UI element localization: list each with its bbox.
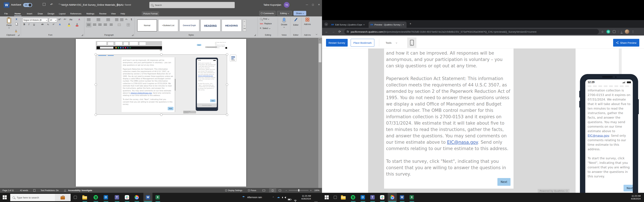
address-bar[interactable]: pacificresearch.qualtrics.com/jfe/previe… xyxy=(344,29,599,34)
tools-dropdown[interactable]: Tools xyxy=(383,39,400,46)
excel-icon[interactable]: X xyxy=(155,195,160,200)
taskbar-clock[interactable]: 11:23 AM4/26/2024 xyxy=(298,195,311,200)
back-icon[interactable] xyxy=(325,30,328,33)
print-layout-icon[interactable] xyxy=(269,188,276,193)
forward-icon[interactable] xyxy=(332,30,335,33)
share-preview-button[interactable]: Share Preview xyxy=(613,39,639,46)
place-bookmark-button[interactable]: Place Bookmark xyxy=(351,39,374,46)
profile-avatar[interactable] xyxy=(625,29,629,34)
text-predictions[interactable]: Text Predictions: On xyxy=(40,189,58,192)
style-bulleted-list[interactable]: • Bulleted List xyxy=(158,19,178,31)
numbering-icon[interactable] xyxy=(96,18,100,21)
start-button[interactable] xyxy=(325,195,329,199)
tab-view[interactable]: View xyxy=(110,11,117,16)
layout-options-button[interactable] xyxy=(230,55,236,62)
align-left-selected[interactable] xyxy=(86,23,91,27)
styles-gallery-scroll[interactable] xyxy=(243,19,246,31)
close-button[interactable]: ✕ xyxy=(317,3,321,6)
autosave-toggle[interactable]: On xyxy=(23,3,32,7)
tab-home[interactable]: Home xyxy=(14,11,22,16)
editing-mode-button[interactable]: Editing xyxy=(277,11,292,15)
tab-layout[interactable]: Layout xyxy=(58,11,66,16)
page-indicator[interactable]: Page 2 of 11 xyxy=(2,189,14,192)
minimize-button[interactable]: — xyxy=(305,3,309,6)
word-scrollbar[interactable] xyxy=(318,38,322,188)
grow-font-icon[interactable]: A^ xyxy=(58,18,61,21)
weather-text[interactable]: Afternoon rain xyxy=(247,196,262,199)
style-normal[interactable]: Normal xyxy=(137,19,157,31)
shrink-font-icon[interactable]: A˅ xyxy=(64,18,66,20)
cut-icon[interactable] xyxy=(15,18,18,21)
resize-handle-se[interactable] xyxy=(226,114,228,116)
mobile-view-toggle[interactable] xyxy=(407,37,416,48)
phone-next-button[interactable]: Next xyxy=(624,185,633,192)
format-painter-icon[interactable] xyxy=(15,31,17,32)
zoom-in-icon[interactable]: + xyxy=(310,189,312,192)
taskbar-search-input[interactable] xyxy=(16,196,53,199)
grammarly-extension-icon[interactable]: G xyxy=(606,30,610,33)
teams-icon[interactable]: T xyxy=(370,195,375,200)
task-view-icon[interactable] xyxy=(74,196,77,199)
battery-tray-icon[interactable] xyxy=(288,199,291,200)
find-button[interactable]: Find xyxy=(260,18,269,20)
tab-review[interactable]: Review xyxy=(98,11,107,16)
collapse-ribbon-icon[interactable] xyxy=(316,33,318,35)
tab-references[interactable]: References xyxy=(69,11,82,16)
font-dialog-launcher[interactable] xyxy=(82,34,83,36)
word-search-box[interactable] xyxy=(149,2,235,8)
resize-handle-e[interactable] xyxy=(226,83,228,86)
font-color-icon[interactable]: A xyxy=(76,23,78,26)
strikethrough-icon[interactable]: ab xyxy=(41,23,44,25)
bookmark-star-icon[interactable] xyxy=(601,30,604,33)
word-icon[interactable]: W xyxy=(400,195,404,200)
spotify-icon[interactable] xyxy=(350,195,356,200)
paste-button[interactable]: Paste xyxy=(4,18,14,28)
extension-icon[interactable] xyxy=(613,30,616,33)
outlook-icon[interactable]: O xyxy=(360,195,365,200)
file-explorer-icon[interactable] xyxy=(82,195,87,200)
volume-icon[interactable] xyxy=(284,197,286,199)
undo-icon[interactable] xyxy=(50,3,53,6)
increase-indent-icon[interactable] xyxy=(120,18,124,21)
select-button[interactable]: ⇱Select xyxy=(260,27,270,29)
document-page[interactable]: Next Powered by Qualtrics will take abou… xyxy=(76,39,246,187)
multilevel-list-icon[interactable] xyxy=(106,18,110,21)
teams-icon[interactable]: T xyxy=(114,195,120,200)
tab-search-icon[interactable] xyxy=(324,22,328,26)
addins-button[interactable]: Add-ins xyxy=(302,18,312,25)
save-icon[interactable] xyxy=(43,3,46,6)
downloads-icon[interactable] xyxy=(621,30,622,33)
word-scroll-thumb[interactable] xyxy=(319,43,321,62)
tab-mailings[interactable]: Mailings xyxy=(85,11,96,16)
read-mode-icon[interactable] xyxy=(262,189,265,192)
comments-button[interactable]: Comments xyxy=(259,11,276,15)
word-count[interactable]: 42 words xyxy=(20,189,28,192)
taskbar-clock[interactable]: 11:23 AM4/26/2024 xyxy=(624,195,641,200)
resize-handle-ne[interactable] xyxy=(226,53,228,56)
underline-icon[interactable]: U xyxy=(33,23,35,26)
spotify-icon[interactable] xyxy=(93,195,98,200)
chrome-icon[interactable] xyxy=(390,195,395,200)
cortana-highlight[interactable] xyxy=(55,194,70,201)
line-spacing-icon[interactable] xyxy=(110,24,113,26)
file-explorer-icon[interactable] xyxy=(341,195,346,200)
pilcrow-icon[interactable] xyxy=(131,18,132,21)
share-button[interactable]: Share xyxy=(294,11,306,15)
justify-icon[interactable] xyxy=(104,24,107,26)
phone-email-link[interactable]: EIC@nasa.gov xyxy=(588,134,609,137)
resize-handle-w[interactable] xyxy=(94,83,97,86)
rotate-handle[interactable] xyxy=(160,48,162,52)
zoom-level[interactable]: 100% xyxy=(314,189,320,192)
shading-icon[interactable] xyxy=(118,24,121,26)
dictate-button[interactable]: Dictate xyxy=(279,18,290,27)
resize-handle-nw[interactable] xyxy=(94,53,97,56)
start-button[interactable] xyxy=(3,195,7,199)
word-icon[interactable]: W xyxy=(146,195,150,200)
tab-help[interactable]: Help xyxy=(120,11,126,16)
resize-handle-sw[interactable] xyxy=(94,114,97,116)
new-tab-icon[interactable] xyxy=(410,22,412,26)
bullets-icon[interactable] xyxy=(87,18,90,21)
tab-close-icon[interactable] xyxy=(403,23,404,26)
bold-icon[interactable]: B xyxy=(24,23,25,26)
text-effects-icon[interactable]: A xyxy=(59,23,60,26)
